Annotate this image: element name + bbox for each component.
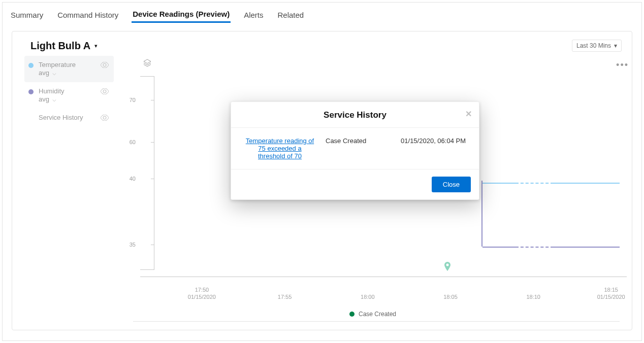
y-tick-label: 40 bbox=[130, 176, 136, 182]
series-temperature bbox=[482, 183, 516, 184]
tab-bar: Summary Command History Device Readings … bbox=[3, 3, 641, 27]
series-humidity bbox=[516, 247, 553, 248]
tab-command-history[interactable]: Command History bbox=[56, 8, 119, 22]
x-axis bbox=[140, 277, 627, 277]
visibility-toggle-icon[interactable] bbox=[101, 62, 109, 70]
case-datetime: 01/15/2020, 06:04 PM bbox=[401, 137, 466, 160]
close-icon[interactable]: ✕ bbox=[465, 109, 472, 119]
legend-name: Temperature bbox=[39, 61, 76, 69]
event-marker-icon[interactable] bbox=[443, 262, 452, 272]
footer-legend-label: Case Created bbox=[359, 311, 396, 318]
x-tick-label: 18:00 bbox=[361, 293, 375, 300]
more-options-icon[interactable]: ••• bbox=[616, 60, 629, 71]
x-tick-label: 18:1501/15/2020 bbox=[597, 286, 625, 300]
service-history-modal: Service History ✕ Temperature reading of… bbox=[231, 101, 479, 200]
chevron-down-icon: ⌵ bbox=[52, 69, 56, 77]
series-temperature bbox=[554, 183, 620, 184]
visibility-toggle-icon[interactable] bbox=[101, 115, 109, 122]
x-tick-label: 18:05 bbox=[443, 293, 458, 300]
legend-item-temperature[interactable]: Temperature avg ⌵ bbox=[24, 56, 114, 82]
time-range-dropdown[interactable]: Last 30 Mins ▾ bbox=[572, 40, 622, 52]
chevron-down-icon: ⌵ bbox=[52, 95, 56, 104]
series-humidity bbox=[481, 181, 482, 247]
legend-item-service-history[interactable]: Service History bbox=[24, 109, 114, 127]
legend-agg: avg bbox=[39, 69, 49, 77]
caret-down-icon: ▾ bbox=[94, 43, 98, 49]
app-frame: Summary Command History Device Readings … bbox=[2, 2, 642, 341]
device-picker[interactable]: Light Bulb A ▾ bbox=[30, 40, 98, 52]
series-humidity bbox=[482, 247, 516, 248]
legend-name: Humidity bbox=[39, 87, 65, 95]
y-axis: 70 60 40 35 bbox=[140, 76, 154, 270]
event-color-dot bbox=[349, 312, 355, 317]
series-legend: Temperature avg ⌵ Humi bbox=[12, 56, 114, 326]
time-range-label: Last 30 Mins bbox=[576, 42, 611, 49]
layers-icon[interactable] bbox=[143, 59, 151, 68]
readings-panel: Light Bulb A ▾ Last 30 Mins ▾ Temperatur… bbox=[12, 31, 632, 330]
device-title: Light Bulb A bbox=[30, 40, 90, 52]
tab-alerts[interactable]: Alerts bbox=[243, 8, 264, 22]
case-status: Case Created bbox=[326, 137, 366, 160]
series-humidity bbox=[554, 247, 620, 248]
chart-footer-legend: Case Created bbox=[114, 311, 632, 318]
close-button[interactable]: Close bbox=[432, 177, 471, 192]
y-tick-label: 70 bbox=[130, 97, 136, 103]
x-tick-label: 17:5001/15/2020 bbox=[188, 286, 216, 300]
tab-related[interactable]: Related bbox=[276, 8, 305, 22]
caret-down-icon: ▾ bbox=[614, 42, 617, 49]
x-tick-label: 18:10 bbox=[526, 293, 540, 300]
alert-link[interactable]: Temperature reading of 75 exceeded a thr… bbox=[244, 137, 315, 160]
visibility-toggle-icon[interactable] bbox=[101, 88, 109, 96]
tab-device-readings[interactable]: Device Readings (Preview) bbox=[132, 7, 231, 23]
legend-item-humidity[interactable]: Humidity avg ⌵ bbox=[24, 82, 114, 109]
modal-title: Service History bbox=[324, 110, 387, 120]
legend-name: Service History bbox=[39, 114, 83, 122]
y-tick-label: 35 bbox=[130, 242, 136, 248]
series-color-dot bbox=[28, 63, 34, 68]
tab-summary[interactable]: Summary bbox=[10, 8, 44, 22]
series-color-dot bbox=[28, 89, 34, 94]
panel-divider bbox=[133, 321, 620, 322]
legend-agg: avg bbox=[39, 95, 49, 104]
y-tick-label: 60 bbox=[130, 139, 136, 145]
x-tick-label: 17:55 bbox=[278, 293, 292, 300]
series-temperature bbox=[516, 183, 553, 184]
